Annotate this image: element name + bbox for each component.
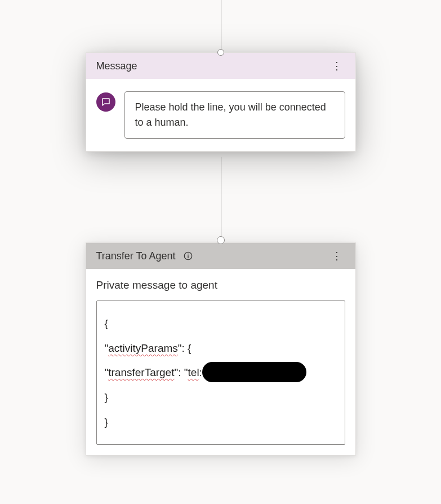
node-input-port[interactable]	[217, 49, 224, 56]
info-icon[interactable]	[182, 250, 194, 262]
private-message-label: Private message to agent	[96, 279, 345, 291]
json-code-box[interactable]: { "activityParams": { "transferTarget": …	[96, 300, 345, 445]
connector-line-top	[221, 0, 221, 52]
transfer-node-body: Private message to agent { "activityPara…	[86, 269, 355, 455]
more-vertical-icon: ⋮	[332, 60, 342, 72]
transfer-node[interactable]: Transfer To Agent ⋮ Private message to a…	[86, 242, 356, 456]
message-text-box[interactable]: Please hold the line, you will be connec…	[124, 91, 345, 139]
more-options-button[interactable]: ⋮	[328, 249, 345, 263]
message-node-header[interactable]: Message ⋮	[86, 53, 355, 79]
transfer-node-title: Transfer To Agent	[96, 250, 176, 262]
redacted-phone	[202, 362, 306, 382]
chat-icon	[96, 92, 115, 112]
code-line: }	[105, 410, 337, 435]
code-line: }	[105, 385, 337, 410]
message-node-title: Message	[96, 60, 137, 72]
message-node-body: Please hold the line, you will be connec…	[86, 79, 355, 151]
more-options-button[interactable]: ⋮	[328, 59, 345, 73]
svg-point-2	[188, 254, 189, 255]
code-line: {	[105, 311, 337, 336]
connector-line-mid	[221, 157, 221, 242]
node-input-port-2[interactable]	[217, 236, 225, 244]
message-text: Please hold the line, you will be connec…	[135, 101, 326, 128]
message-node[interactable]: Message ⋮ Please hold the line, you will…	[86, 52, 356, 152]
transfer-node-header[interactable]: Transfer To Agent ⋮	[86, 243, 355, 269]
code-line: "transferTarget": "tel:	[105, 360, 337, 385]
code-line: "activityParams": {	[105, 336, 337, 361]
more-vertical-icon: ⋮	[332, 250, 342, 262]
